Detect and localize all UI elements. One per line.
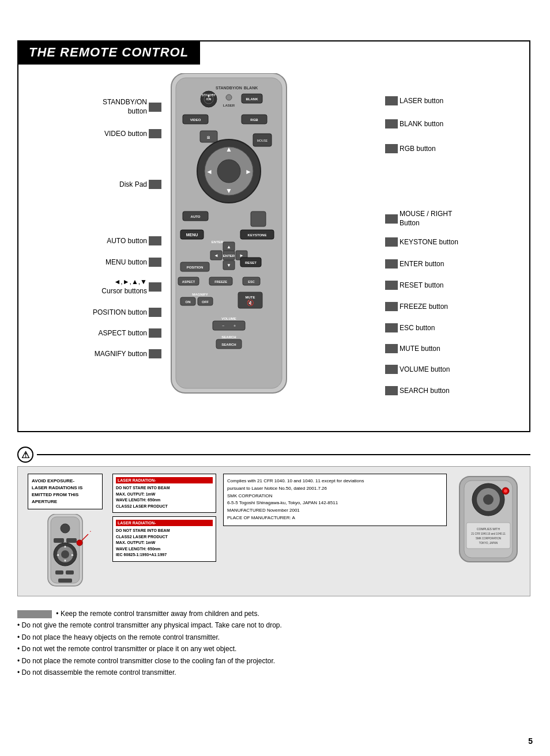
mute-block — [385, 344, 398, 353]
label-keystone: KEYSTONE button — [385, 237, 458, 247]
svg-text:ENTER: ENTER — [212, 240, 224, 244]
compliance-group: Complies with 21 CFR 1040. 10 and 1040. … — [223, 474, 447, 526]
label-esc: ESC button — [385, 323, 435, 332]
svg-rect-96 — [466, 523, 510, 549]
svg-text:RESET: RESET — [245, 261, 257, 264]
freeze-block — [385, 302, 398, 311]
mouse-right-block — [385, 214, 398, 224]
svg-rect-75 — [66, 538, 77, 543]
svg-text:KEYSTONE: KEYSTONE — [248, 233, 267, 237]
svg-text:SMK CORPORATION: SMK CORPORATION — [476, 537, 501, 540]
esc-block — [385, 323, 398, 332]
svg-text:SEARCH: SEARCH — [221, 343, 236, 346]
warning-header: ⚠ — [17, 447, 530, 463]
label-sticker-box: AVOID EXPOSURE- LASER RADIATIONS IS EMIT… — [17, 466, 530, 596]
laser-radiation-group: LASER RADIATION- DO NOT STARE INTO BEAMM… — [112, 474, 216, 562]
svg-text:SEARCH: SEARCH — [221, 335, 236, 339]
reset-block — [385, 281, 398, 290]
aspect-text: ASPECT button — [99, 329, 148, 337]
standby-on-text: STANDBY/ONbutton — [103, 98, 147, 116]
svg-rect-83 — [55, 570, 63, 574]
svg-point-78 — [61, 550, 69, 558]
cursor-block — [149, 282, 161, 292]
laser-radiation-text-1: DO NOT STARE INTO BEAMMAX. OUTPUT: 1mWWA… — [116, 485, 213, 509]
laser-block — [385, 96, 398, 105]
svg-text:TOKYO, JAPAN: TOKYO, JAPAN — [479, 542, 498, 545]
laser-radiation-text-2: DO NOT STARE INTO BEAMCLASS2 LASER PRODU… — [116, 528, 213, 558]
svg-text:AUTO: AUTO — [191, 215, 201, 218]
disk-pad-block — [149, 180, 161, 189]
safety-note-4: • Do not wet the remote control transmit… — [17, 643, 530, 655]
svg-text:POSITION: POSITION — [187, 266, 204, 269]
left-labels-container: STANDBY/ONbutton VIDEO button Disk Pad A… — [36, 41, 161, 416]
label-standby-on: STANDBY/ONbutton — [103, 98, 161, 116]
volume-text: VOLUME button — [400, 365, 450, 373]
svg-text:▼: ▼ — [227, 263, 231, 268]
svg-text:▼: ▼ — [225, 187, 232, 195]
svg-text:VIDEO: VIDEO — [190, 118, 201, 122]
svg-text:▲: ▲ — [227, 244, 231, 250]
svg-text:ASPECT: ASPECT — [182, 280, 195, 284]
esc-text: ESC button — [400, 324, 435, 332]
label-magnify: MAGNIFY button — [95, 349, 161, 358]
svg-text:BLANK: BLANK — [246, 97, 259, 101]
rgb-block — [385, 144, 398, 153]
main-diagram-section: THE REMOTE CONTROL STANDBY /ON STANDBY/O… — [17, 40, 530, 432]
remote-control-diagram: STANDBY /ON STANDBY/ON BLANK LASER BLANK… — [165, 73, 292, 402]
label-video: VIDEO button — [104, 129, 161, 138]
safety-notes: • Keep the remote control transmitter aw… — [17, 608, 530, 678]
cursor-text: ◄,►,▲,▼Cursor buttons — [101, 278, 147, 296]
svg-text:FREEZE: FREEZE — [214, 280, 227, 284]
magnify-block — [149, 349, 161, 358]
enter-block — [385, 259, 398, 269]
svg-text:ENTER: ENTER — [223, 254, 235, 258]
freeze-text: FREEZE button — [400, 303, 448, 311]
aspect-block — [149, 328, 161, 338]
warning-triangle-icon: ⚠ — [17, 447, 33, 463]
svg-text:▲: ▲ — [63, 545, 67, 548]
svg-text:21 CFR 1040.10 and 1040.11: 21 CFR 1040.10 and 1040.11 — [471, 532, 506, 535]
avoid-exposure-text: AVOID EXPOSURE- LASER RADIATIONS IS EMIT… — [32, 478, 82, 504]
blank-text: BLANK button — [400, 120, 443, 128]
svg-text:◄: ◄ — [214, 253, 219, 258]
disk-pad-text: Disk Pad — [119, 180, 147, 188]
left-sticker-group: AVOID EXPOSURE- LASER RADIATIONS IS EMIT… — [25, 474, 106, 589]
svg-text:COMPLIES WITH: COMPLIES WITH — [477, 527, 500, 531]
label-rgb: RGB button — [385, 144, 436, 153]
svg-rect-65 — [213, 321, 245, 330]
position-text: POSITION button — [93, 308, 147, 316]
svg-text:STANDBY/ON: STANDBY/ON — [216, 86, 242, 90]
auto-text: AUTO button — [107, 237, 147, 245]
laser-text: LASER button — [400, 97, 443, 105]
search-block — [385, 386, 398, 395]
svg-text:•: • — [90, 530, 91, 533]
laser-radiation-box-2: LASER RADIATION- DO NOT STARE INTO BEAMC… — [112, 516, 216, 562]
label-mouse-right: MOUSE / RIGHTButton — [385, 210, 452, 228]
svg-point-21 — [217, 160, 240, 183]
laser-radiation-label-1: LASER RADIATION- — [116, 477, 213, 483]
svg-text:🔇: 🔇 — [247, 299, 254, 307]
highlight-decoration — [17, 610, 52, 618]
label-disk-pad: Disk Pad — [119, 180, 161, 189]
label-blank: BLANK button — [385, 119, 443, 128]
svg-text:►: ► — [245, 168, 252, 176]
label-reset: RESET button — [385, 281, 444, 290]
label-sticker-inner: AVOID EXPOSURE- LASER RADIATIONS IS EMIT… — [25, 474, 523, 589]
svg-text:RGB: RGB — [250, 118, 258, 122]
mute-text: MUTE button — [400, 345, 440, 353]
svg-text:LASER: LASER — [223, 104, 235, 107]
label-freeze: FREEZE button — [385, 302, 448, 311]
svg-text:◄: ◄ — [56, 553, 59, 557]
svg-text:▲: ▲ — [225, 145, 232, 153]
position-block — [149, 308, 161, 317]
small-remote-svg: ▲ ▼ ◄ ► • — [39, 514, 91, 589]
svg-text:MAGNIFY: MAGNIFY — [192, 293, 208, 296]
rgb-text: RGB button — [400, 145, 436, 153]
page-number: 5 — [528, 736, 533, 746]
safety-note-6: • Do not disassemble the remote control … — [17, 667, 530, 678]
auto-block — [149, 236, 161, 245]
warning-section: ⚠ AVOID EXPOSURE- LASER RADIATIONS IS EM… — [17, 447, 530, 678]
svg-point-73 — [61, 524, 70, 533]
svg-text:MUTE: MUTE — [246, 296, 255, 299]
svg-point-93 — [483, 494, 494, 505]
